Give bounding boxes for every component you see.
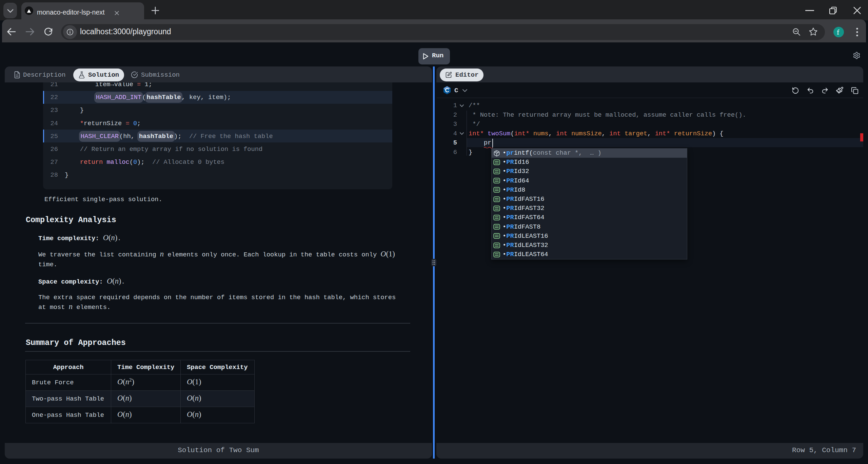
svg-text:C: C (445, 87, 449, 93)
